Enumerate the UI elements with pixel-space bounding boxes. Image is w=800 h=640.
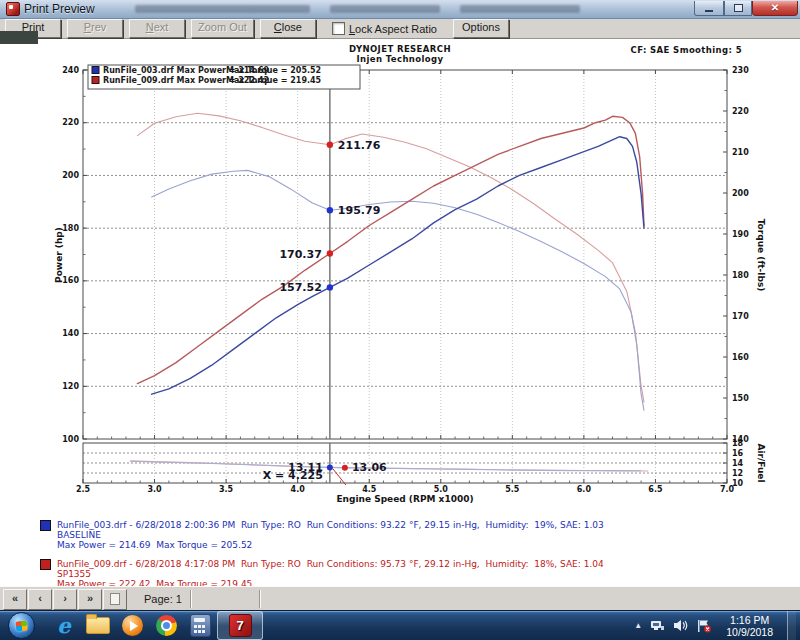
cursor-marker-label: 211.76	[338, 139, 381, 152]
torque-axis-title: Torque (ft-lbs)	[756, 219, 766, 292]
cursor-marker-label: 170.37	[279, 248, 321, 261]
dyno-chart: DYNOJET RESEARCH Injen Technology CF: SA…	[0, 39, 800, 586]
cursor-marker-dot	[327, 142, 333, 148]
cursor-x-label: X = 4.225	[263, 469, 323, 482]
minimize-icon	[705, 10, 713, 12]
torque-tick-label: 190	[732, 230, 749, 239]
af-marker-label: 13.06	[352, 461, 387, 474]
taskbar-dynojet-winpep-active[interactable]: 7	[217, 611, 263, 640]
system-tray: ▲ 1:16 PM 10/9/2018	[634, 611, 800, 640]
af-marker-dot	[342, 465, 348, 471]
speaker-icon[interactable]	[673, 619, 688, 632]
x-tick-label: 4.5	[362, 485, 377, 494]
x-axis-title: Engine Speed (RPM x1000)	[336, 494, 473, 504]
taskbar-internet-explorer[interactable]: e	[47, 612, 81, 639]
x-tick-label: 2.5	[76, 485, 91, 494]
lock-aspect-ratio-label[interactable]: Lock Aspect Ratio	[349, 23, 437, 35]
power-tick-label: 240	[62, 66, 79, 75]
curve-runfile_003-torque	[152, 170, 644, 410]
background-title-blur	[135, 5, 310, 13]
prev-button[interactable]: Prev	[67, 19, 123, 38]
run-swatch-red	[40, 559, 51, 570]
network-icon[interactable]	[650, 619, 665, 632]
media-player-icon	[122, 615, 143, 636]
last-page-button[interactable]: »	[78, 589, 102, 610]
run2-name: SP1355	[57, 569, 604, 579]
curve-runfile_009-af	[130, 461, 648, 471]
prev-page-button[interactable]: ‹	[28, 589, 52, 610]
zoom-out-button[interactable]: Zoom Out	[191, 19, 254, 38]
close-window-button[interactable]: ✕	[752, 1, 798, 16]
taskbar-chrome[interactable]	[149, 612, 183, 639]
legend-torque: Max Torque = 205.52	[226, 66, 321, 75]
taskbar-calculator[interactable]	[183, 612, 217, 639]
chrome-icon	[156, 615, 177, 636]
screen: Print Preview ✕ Print Prev Next Zoom Out…	[0, 0, 800, 640]
minimize-button[interactable]	[694, 1, 724, 16]
clock-date: 10/9/2018	[726, 626, 773, 638]
curve-runfile_009-torque	[137, 113, 644, 402]
power-tick-label: 200	[62, 171, 79, 180]
taskbar-clock[interactable]: 1:16 PM 10/9/2018	[720, 614, 779, 638]
background-title-blur	[460, 5, 580, 13]
af-tick-label: 14	[732, 459, 744, 468]
legend-torque: Max Torque = 219.45	[226, 76, 322, 85]
run2-max: Max Power = 222.42 Max Torque = 219.45	[57, 579, 604, 586]
titlebar: Print Preview ✕	[0, 0, 800, 19]
next-button[interactable]: Next	[129, 19, 185, 38]
run1-name: BASELINE	[57, 530, 604, 540]
curve-runfile_003-power	[152, 137, 644, 395]
close-icon: ✕	[771, 3, 779, 13]
torque-tick-label: 150	[732, 394, 749, 403]
cursor-marker-label: 195.79	[338, 204, 380, 217]
restore-icon	[734, 4, 743, 12]
legend-swatch	[92, 67, 99, 74]
start-button[interactable]	[8, 612, 35, 639]
dynojet-winpep-icon: 7	[229, 614, 252, 637]
page-setup-button[interactable]	[103, 589, 127, 610]
x-tick-label: 5.5	[505, 485, 520, 494]
app-icon	[6, 2, 20, 16]
taskbar-file-explorer[interactable]	[81, 612, 115, 639]
run-details: RunFile_003.drf - 6/28/2018 2:00:36 PM R…	[40, 520, 604, 586]
curve-runfile_009-power	[137, 116, 644, 383]
options-button[interactable]: Options	[453, 19, 509, 38]
lock-aspect-ratio-checkbox[interactable]	[332, 22, 345, 35]
run2-conditions: RunFile_009.drf - 6/28/2018 4:17:08 PM R…	[57, 559, 604, 569]
statusbar-divider	[259, 590, 260, 608]
preview-page: DYNOJET RESEARCH Injen Technology CF: SA…	[0, 39, 800, 586]
print-preview-window: Print Preview ✕ Print Prev Next Zoom Out…	[0, 0, 800, 611]
torque-tick-label: 170	[732, 312, 749, 321]
show-desktop-button[interactable]	[787, 611, 796, 640]
tray-expand-icon[interactable]: ▲	[634, 621, 642, 630]
close-button[interactable]: Close	[260, 19, 316, 38]
taskbar: e 7 ▲ 1:16 PM 10/9/2018	[0, 610, 800, 640]
next-page-button[interactable]: ›	[53, 589, 77, 610]
power-tick-label: 180	[62, 224, 79, 233]
first-page-button[interactable]: «	[3, 589, 27, 610]
run1-conditions: RunFile_003.drf - 6/28/2018 2:00:36 PM R…	[57, 520, 604, 530]
internet-explorer-icon: e	[57, 615, 70, 636]
lock-aspect-ratio-control: Lock Aspect Ratio	[332, 22, 437, 35]
power-tick-label: 220	[62, 118, 79, 127]
background-window-fragment	[0, 31, 38, 44]
run1-max: Max Power = 214.69 Max Torque = 205.52	[57, 540, 604, 550]
cursor-marker-dot	[327, 250, 333, 256]
taskbar-media-player[interactable]	[115, 612, 149, 639]
report-subtitle: Injen Technology	[356, 54, 443, 64]
action-center-flag-icon[interactable]	[696, 619, 712, 633]
af-tick-label: 18	[732, 439, 744, 448]
af-tick-label: 16	[732, 449, 744, 458]
af-marker-dot	[327, 464, 333, 470]
power-tick-label: 100	[62, 435, 79, 444]
window-title: Print Preview	[24, 2, 95, 16]
x-tick-label: 6.5	[648, 485, 663, 494]
torque-tick-label: 160	[732, 353, 749, 362]
cursor-marker-label: 157.52	[279, 281, 321, 294]
restore-button[interactable]	[724, 1, 752, 16]
toolbar: Print Prev Next Zoom Out Close Lock Aspe…	[0, 19, 800, 39]
x-tick-label: 4.0	[291, 485, 306, 494]
torque-tick-label: 210	[732, 148, 749, 157]
power-tick-label: 160	[62, 276, 79, 285]
statusbar-divider	[190, 590, 191, 608]
